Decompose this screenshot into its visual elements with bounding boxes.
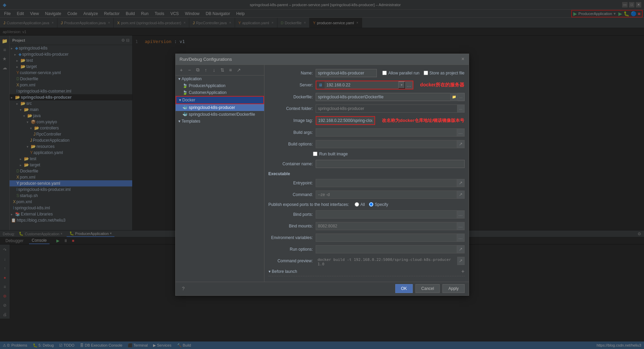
help-button[interactable]: ? — [180, 285, 187, 292]
container-name-input[interactable] — [316, 160, 465, 168]
dockerfile-label: Dockerfile: — [269, 95, 313, 99]
move-up-button[interactable]: ↑ — [202, 66, 210, 74]
build-args-row: Build args: … — [269, 128, 465, 137]
add-config-button[interactable]: + — [178, 66, 185, 74]
config-customer-app-label: CustomerApplication — [189, 90, 227, 95]
store-project-label: Store as project file — [429, 71, 465, 75]
dockerfile-browse-folder[interactable]: 📁 — [450, 93, 458, 101]
entrypoint-input[interactable] — [316, 179, 457, 187]
remove-config-button[interactable]: − — [186, 66, 193, 74]
move-down-button[interactable]: ↓ — [210, 66, 218, 74]
before-launch-section[interactable]: ▾ Before launch + — [269, 268, 465, 275]
run-options-input[interactable] — [316, 245, 457, 253]
container-name-row: Container name: — [269, 160, 465, 168]
dialog-close-button[interactable]: × — [461, 56, 464, 62]
context-label: Context folder: — [269, 106, 313, 111]
config-springcloud-producer-label: springcloud-k8s-producer — [189, 105, 235, 110]
server-arrow-btn[interactable]: ▾ — [398, 81, 405, 89]
server-combo[interactable]: 🖥 ▾ … — [316, 81, 413, 89]
bind-mounts-input[interactable] — [316, 222, 457, 230]
config-group-templates[interactable]: ▾ Templates — [176, 118, 264, 125]
command-input[interactable] — [316, 191, 457, 199]
before-launch-add[interactable]: + — [461, 268, 464, 275]
context-combo: … — [316, 104, 465, 113]
ok-button[interactable]: OK — [395, 284, 413, 293]
config-springcloud-customer[interactable]: 🐳 springcloud-k8s-customer/Dockerfile — [176, 111, 264, 118]
bind-ports-input[interactable] — [316, 210, 457, 219]
entrypoint-browse[interactable]: ↗ — [457, 179, 465, 187]
image-tag-input[interactable] — [316, 116, 375, 125]
allow-parallel-check[interactable] — [382, 71, 387, 75]
command-label: Command: — [269, 192, 313, 197]
image-tag-row: Image tag: 改名称为docker仓库地址/镜该镜像版本号 — [269, 116, 465, 125]
server-annotation: docker所在的服务器 — [420, 82, 465, 88]
build-args-label: Build args: — [269, 130, 313, 135]
config-springcloud-producer[interactable]: 🐳 springcloud-k8s-producer — [176, 104, 264, 111]
run-options-row: Run options: ↗ — [269, 245, 465, 253]
run-built-checkbox[interactable] — [313, 152, 317, 156]
build-args-browse[interactable]: … — [457, 128, 465, 137]
store-project-check[interactable] — [424, 71, 428, 75]
env-vars-browse[interactable]: … — [457, 234, 465, 242]
dialog-body: + − ⧉ ↑ ↓ ⇅ ≡ ↗ ▾ Application 🍃 Producer… — [176, 65, 469, 282]
run-built-label: Run built image — [319, 152, 348, 156]
allow-parallel-checkbox[interactable]: Allow parallel run — [382, 71, 419, 75]
config-producer-app[interactable]: 🍃 ProducerApplication — [176, 82, 264, 89]
dockerfile-input[interactable] — [316, 93, 450, 101]
context-input[interactable] — [316, 104, 457, 113]
server-more-btn[interactable]: … — [405, 81, 413, 89]
build-args-input[interactable] — [316, 128, 457, 137]
executable-section: Executable — [269, 171, 465, 176]
copy-config-button[interactable]: ⧉ — [194, 66, 202, 74]
dockerfile-browse-btn[interactable]: … — [458, 93, 465, 101]
image-annotation: 改名称为docker仓库地址/镜该镜像版本号 — [382, 117, 464, 124]
command-preview-label: Command preview: — [269, 259, 313, 263]
dialog-overlay: Run/Debug Configurations × + − ⧉ ↑ ↓ ⇅ ≡… — [0, 0, 644, 349]
build-options-browse[interactable]: ↗ — [457, 140, 465, 148]
allow-parallel-label: Allow parallel run — [388, 71, 419, 75]
docker-arrow: ▾ — [179, 98, 181, 102]
sort-button[interactable]: ⇅ — [219, 66, 226, 74]
cancel-button[interactable]: Cancel — [415, 284, 440, 293]
config-group-docker[interactable]: ▾ Docker — [176, 96, 264, 104]
ports-all-radio[interactable] — [355, 202, 359, 207]
name-label: Name: — [269, 71, 313, 75]
spring-boot-icon2: 🍃 — [182, 90, 188, 95]
entrypoint-label: Entrypoint: — [269, 181, 313, 185]
run-options-browse[interactable]: ↗ — [457, 245, 465, 253]
server-label: Server: — [269, 83, 313, 87]
before-launch-label: Before launch — [272, 269, 297, 274]
env-vars-input[interactable] — [316, 234, 457, 242]
dialog-config-tree: + − ⧉ ↑ ↓ ⇅ ≡ ↗ ▾ Application 🍃 Producer… — [176, 65, 264, 282]
build-options-combo: ↗ — [316, 140, 465, 148]
templates-group-label: Templates — [182, 119, 201, 124]
bind-ports-label: Bind ports: — [269, 212, 313, 217]
dialog-help: ? — [180, 285, 187, 292]
command-browse[interactable]: ↗ — [457, 191, 465, 199]
filter-button[interactable]: ≡ — [227, 66, 234, 74]
open-button[interactable]: ↗ — [235, 66, 243, 74]
build-options-input[interactable] — [316, 140, 457, 148]
ports-specify-radio-label[interactable]: Specify — [369, 202, 388, 207]
store-project-checkbox[interactable]: Store as project file — [424, 71, 465, 75]
config-group-application[interactable]: ▾ Application — [176, 75, 264, 82]
bind-mounts-browse[interactable]: … — [457, 222, 465, 230]
docker-icon1: 🐳 — [182, 105, 188, 110]
env-vars-label: Environment variables: — [269, 235, 313, 240]
ports-specify-radio[interactable] — [369, 202, 373, 207]
ports-row: Publish exposed ports to the host interf… — [269, 202, 465, 207]
context-browse-btn[interactable]: … — [457, 104, 465, 113]
bind-ports-row: Bind ports: … — [269, 210, 465, 219]
command-preview-expand[interactable]: ↗ — [457, 257, 465, 265]
bind-mounts-row: Bind mounts: … — [269, 222, 465, 230]
apply-button[interactable]: Apply — [442, 284, 464, 293]
bind-ports-browse[interactable]: … — [457, 210, 465, 219]
ports-all-radio-label[interactable]: All — [355, 202, 365, 207]
entrypoint-row: Entrypoint: ↗ — [269, 179, 465, 187]
before-launch-arrow: ▾ — [269, 269, 271, 274]
docker-group-label: Docker — [182, 98, 195, 102]
server-input[interactable] — [325, 81, 398, 89]
dialog-form: Name: Allow parallel run Store as projec… — [264, 65, 469, 282]
config-customer-app[interactable]: 🍃 CustomerApplication — [176, 89, 264, 96]
name-input[interactable] — [316, 69, 377, 77]
